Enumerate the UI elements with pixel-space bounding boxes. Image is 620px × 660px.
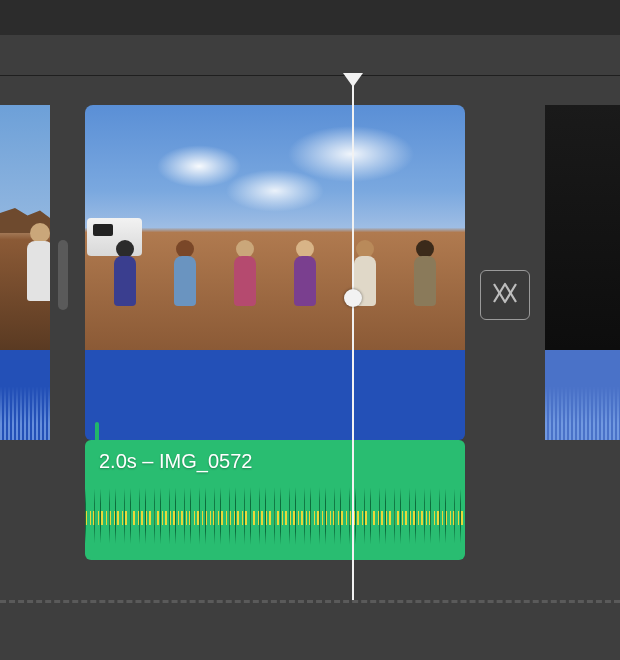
label-separator: – [137, 450, 159, 472]
thumbnail-figure [20, 223, 50, 313]
playhead[interactable] [352, 75, 354, 600]
thumbnail-image [545, 105, 620, 350]
timeline-editor: 2.0s – IMG_0572 [0, 0, 620, 660]
audio-clip-label: 2.0s – IMG_0572 [99, 450, 252, 473]
audio-link-notch [95, 422, 99, 440]
waveform [545, 386, 620, 440]
audio-filename: IMG_0572 [159, 450, 252, 472]
waveform [0, 386, 50, 440]
video-clip-right[interactable] [545, 105, 620, 440]
crossfade-icon [491, 279, 519, 311]
playhead-knob[interactable] [344, 289, 362, 307]
toolbar-strip [0, 0, 620, 35]
thumbnail-people [85, 215, 465, 350]
clip-thumbnail [85, 105, 465, 350]
audio-duration: 2.0s [99, 450, 137, 472]
audio-waveform [85, 484, 465, 548]
video-clip-left[interactable] [0, 105, 50, 440]
transition-badge[interactable] [480, 270, 530, 320]
clip-audio-band [0, 350, 50, 440]
clip-audio-band [545, 350, 620, 440]
video-clip-main[interactable]: 2.0s – IMG_0572 [85, 105, 465, 560]
clip-audio-band [85, 350, 465, 440]
clip-thumbnail [0, 105, 50, 350]
trim-handle-right[interactable] [58, 240, 68, 310]
detached-audio-clip[interactable]: 2.0s – IMG_0572 [85, 440, 465, 560]
timeline-track-area[interactable]: 2.0s – IMG_0572 [0, 75, 620, 603]
clip-thumbnail [545, 105, 620, 350]
